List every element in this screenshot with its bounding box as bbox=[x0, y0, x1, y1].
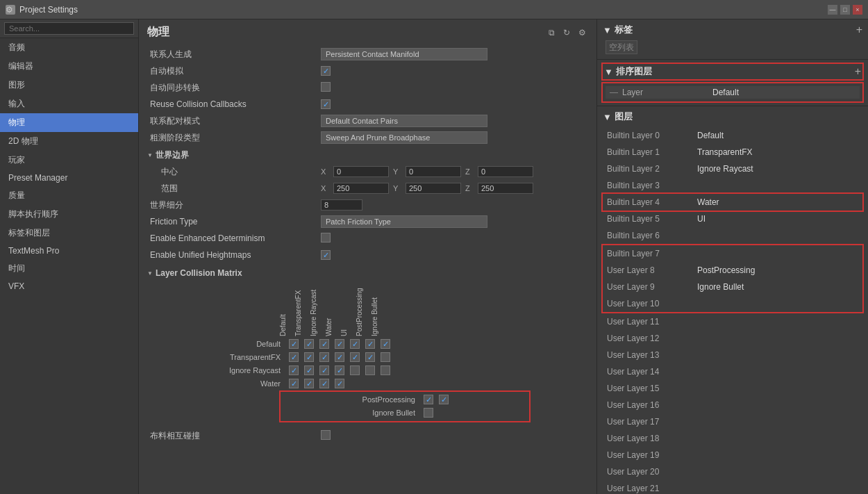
nav-item-player[interactable]: 玩家 bbox=[0, 151, 138, 170]
layer-item-builtin-4[interactable]: Builtin Layer 4 Water bbox=[603, 194, 862, 211]
cell-ir-ib[interactable] bbox=[381, 365, 390, 375]
cell-default-ui[interactable] bbox=[350, 339, 360, 349]
layer-item-user-21[interactable]: User Layer 21 bbox=[603, 480, 862, 494]
triangle-tags: ▼ bbox=[603, 25, 612, 35]
layer-item-builtin-1[interactable]: Builtin Layer 1 TransparentFX bbox=[603, 144, 862, 160]
cell-ir-tfx[interactable] bbox=[304, 365, 314, 375]
layer-item-builtin-5[interactable]: Builtin Layer 5 UI bbox=[603, 211, 862, 227]
contact-pairs-dropdown[interactable]: Default Contact Pairs bbox=[321, 115, 487, 127]
range-z-input[interactable] bbox=[478, 183, 533, 194]
refresh-icon-btn[interactable]: ↻ bbox=[560, 26, 573, 39]
cell-water-ir[interactable] bbox=[319, 379, 329, 388]
cell-tfx-ir[interactable] bbox=[319, 352, 329, 362]
layer-item-user-18[interactable]: User Layer 18 bbox=[603, 430, 862, 447]
layer-item-user-8[interactable]: User Layer 8 PostProcessing bbox=[603, 262, 862, 279]
layer-item-user-9[interactable]: User Layer 9 Ignore Bullet bbox=[603, 279, 862, 295]
center-x-input[interactable] bbox=[333, 166, 389, 177]
broadphase-dropdown[interactable]: Sweep And Prune Broadphase bbox=[321, 131, 487, 144]
layer-item-builtin-7[interactable]: Builtin Layer 7 bbox=[603, 245, 862, 262]
layer-item-user-13[interactable]: User Layer 13 bbox=[603, 347, 862, 363]
unified-heightmaps-checkbox[interactable] bbox=[321, 250, 331, 260]
nav-item-preset[interactable]: Preset Manager bbox=[0, 170, 138, 186]
tags-add-btn[interactable]: + bbox=[856, 24, 862, 35]
layer-item-user-12[interactable]: User Layer 12 bbox=[603, 330, 862, 347]
layer-item-user-11[interactable]: User Layer 11 bbox=[603, 313, 862, 330]
cell-water-tfx[interactable] bbox=[304, 379, 314, 388]
auto-simulate-checkbox[interactable] bbox=[321, 66, 331, 76]
layer-item-user-10[interactable]: User Layer 10 bbox=[603, 295, 862, 312]
enhanced-determinism-checkbox[interactable] bbox=[321, 233, 331, 242]
reuse-collision-checkbox[interactable] bbox=[321, 99, 331, 109]
sorting-layers-add-btn[interactable]: + bbox=[855, 66, 861, 77]
nav-item-script-order[interactable]: 脚本执行顺序 bbox=[0, 205, 138, 224]
auto-sync-checkbox[interactable] bbox=[321, 82, 331, 92]
cell-tfx-ui[interactable] bbox=[350, 352, 360, 362]
triangle-sorting: ▼ bbox=[604, 67, 613, 77]
cell-default-tfx[interactable] bbox=[304, 339, 314, 349]
cell-default-ir[interactable] bbox=[319, 339, 329, 349]
nav-item-physics[interactable]: 物理 bbox=[0, 113, 138, 132]
nav-item-quality[interactable]: 质量 bbox=[0, 186, 138, 205]
nav-item-audio[interactable]: 音频 bbox=[0, 38, 138, 57]
cell-default-water[interactable] bbox=[335, 339, 344, 349]
cell-ir-ir[interactable] bbox=[319, 365, 329, 375]
friction-type-dropdown[interactable]: Patch Friction Type bbox=[321, 215, 487, 228]
broadphase-value: Sweep And Prune Broadphase bbox=[321, 131, 588, 144]
nav-item-graphics[interactable]: 图形 bbox=[0, 76, 138, 94]
nav-item-tags-layers[interactable]: 标签和图层 bbox=[0, 224, 138, 242]
cell-tfx-default[interactable] bbox=[289, 352, 299, 362]
nav-item-textmesh[interactable]: TextMesh Pro bbox=[0, 242, 138, 259]
range-y-input[interactable] bbox=[406, 183, 461, 194]
cell-tfx-pp[interactable] bbox=[365, 352, 375, 362]
cell-default-default[interactable] bbox=[289, 339, 299, 349]
cell-ir-ui[interactable] bbox=[350, 365, 360, 375]
layer-item-user-16[interactable]: User Layer 16 bbox=[603, 397, 862, 413]
cell-ir-pp[interactable] bbox=[365, 365, 375, 375]
layer-item-builtin-2[interactable]: Builtin Layer 2 Ignore Raycast bbox=[603, 160, 862, 177]
world-subdivisions-row: 世界细分 bbox=[147, 197, 588, 213]
world-subdivisions-input[interactable] bbox=[321, 199, 362, 211]
layer-item-builtin-6[interactable]: Builtin Layer 6 bbox=[603, 227, 862, 244]
gear-icon-btn[interactable]: ⚙ bbox=[576, 26, 588, 39]
cell-default-ib[interactable] bbox=[381, 339, 390, 349]
auto-sync-label: 自动同步转换 bbox=[147, 82, 321, 94]
cell-ir-default[interactable] bbox=[289, 365, 299, 375]
cloth-friction-checkbox[interactable] bbox=[321, 430, 331, 440]
cell-water-water[interactable] bbox=[335, 379, 344, 388]
close-btn[interactable]: × bbox=[853, 5, 862, 15]
cell-pp-default[interactable] bbox=[424, 395, 433, 404]
cell-ib-default[interactable] bbox=[424, 408, 433, 418]
nav-item-vfx[interactable]: VFX bbox=[0, 278, 138, 295]
nav-item-editor[interactable]: 编辑器 bbox=[0, 57, 138, 76]
window-controls: — □ × bbox=[828, 5, 862, 15]
center-row: 中心 X Y Z bbox=[147, 164, 588, 179]
minimize-btn[interactable]: — bbox=[828, 5, 837, 15]
cell-tfx-water[interactable] bbox=[335, 352, 344, 362]
nav-item-time[interactable]: 时间 bbox=[0, 259, 138, 278]
nav-item-physics2d[interactable]: 2D 物理 bbox=[0, 132, 138, 151]
cell-ir-water[interactable] bbox=[335, 365, 344, 375]
copy-icon-btn[interactable]: ⧉ bbox=[545, 26, 558, 39]
search-input[interactable] bbox=[4, 22, 134, 35]
layer-name-user-8: User Layer 8 bbox=[607, 265, 697, 275]
cell-pp-tfx[interactable] bbox=[439, 395, 449, 404]
layer-item-builtin-3[interactable]: Builtin Layer 3 bbox=[603, 177, 862, 194]
layer-item-user-14[interactable]: User Layer 14 bbox=[603, 363, 862, 380]
center-z-input[interactable] bbox=[478, 166, 533, 177]
layer-matrix-header: ▼ Layer Collision Matrix bbox=[147, 268, 588, 278]
cell-tfx-ib[interactable] bbox=[381, 352, 390, 362]
layer-item-user-20[interactable]: User Layer 20 bbox=[603, 463, 862, 480]
layer-item-user-15[interactable]: User Layer 15 bbox=[603, 380, 862, 397]
maximize-btn[interactable]: □ bbox=[840, 5, 850, 15]
contact-generation-dropdown[interactable]: Persistent Contact Manifold bbox=[321, 48, 487, 60]
layer-item-user-19[interactable]: User Layer 19 bbox=[603, 447, 862, 463]
layer-item-builtin-0[interactable]: Builtin Layer 0 Default bbox=[603, 127, 862, 144]
cell-tfx-tfx[interactable] bbox=[304, 352, 314, 362]
cell-default-pp[interactable] bbox=[365, 339, 375, 349]
cell-water-default[interactable] bbox=[289, 379, 299, 388]
range-x-input[interactable] bbox=[333, 183, 389, 194]
center-y-input[interactable] bbox=[406, 166, 461, 177]
layer-item-user-17[interactable]: User Layer 17 bbox=[603, 413, 862, 430]
sorting-layers-label: 排序图层 bbox=[616, 65, 652, 78]
nav-item-input[interactable]: 输入 bbox=[0, 94, 138, 113]
